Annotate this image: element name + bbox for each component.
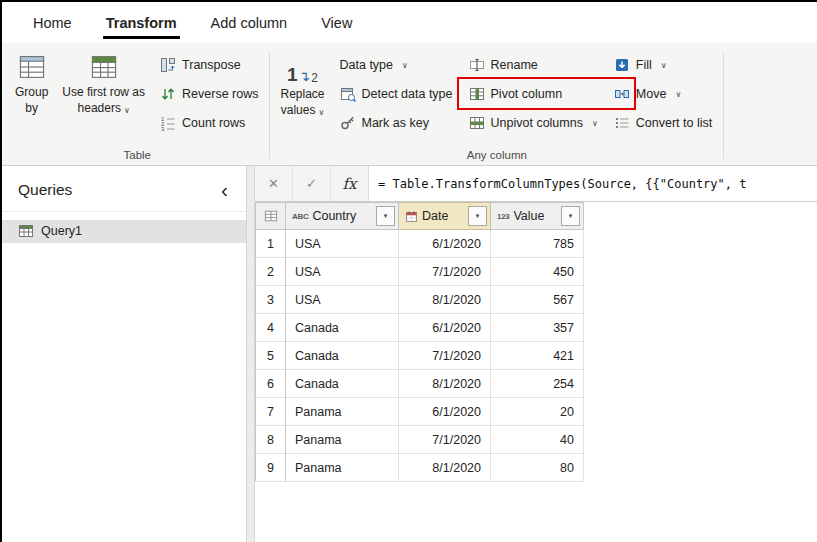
column-header-value[interactable]: 123 Value ▾ xyxy=(491,203,584,230)
cell-country[interactable]: Panama xyxy=(286,426,399,454)
cell-date[interactable]: 7/1/2020 xyxy=(399,426,491,454)
table-row: 8 Panama 7/1/2020 40 xyxy=(256,426,584,454)
replace-values-button[interactable]: 1↴2 Replacevalues∨ xyxy=(273,46,331,147)
cell-country[interactable]: USA xyxy=(286,258,399,286)
cell-date[interactable]: 6/1/2020 xyxy=(399,230,491,258)
fill-button[interactable]: Fill∨ xyxy=(606,50,720,79)
column-header-country[interactable]: ABC Country ▾ xyxy=(286,203,399,230)
add-step-button[interactable]: fx xyxy=(331,166,368,201)
cell-country[interactable]: Panama xyxy=(286,398,399,426)
formula-input[interactable]: = Table.TransformColumnTypes(Source, {{"… xyxy=(369,166,817,201)
row-number[interactable]: 1 xyxy=(256,230,286,258)
cell-date[interactable]: 7/1/2020 xyxy=(399,342,491,370)
use-first-row-as-headers-button[interactable]: Use first row asheaders∨ xyxy=(55,46,152,147)
power-query-editor-window: Home Transform Add column View Groupby U… xyxy=(0,0,817,542)
row-number[interactable]: 8 xyxy=(256,426,286,454)
tab-transform[interactable]: Transform xyxy=(89,2,194,43)
use-first-row-label-line2: headers xyxy=(78,101,121,115)
data-type-dropdown[interactable]: Data type∨ xyxy=(332,50,461,79)
cell-country[interactable]: USA xyxy=(286,230,399,258)
ribbon-group-separator xyxy=(723,52,724,159)
cell-value[interactable]: 254 xyxy=(491,370,584,398)
formula-cancel-button[interactable]: ✕ xyxy=(255,166,293,201)
group-by-button[interactable]: Groupby xyxy=(8,46,55,147)
row-number[interactable]: 5 xyxy=(256,342,286,370)
cell-value[interactable]: 450 xyxy=(491,258,584,286)
move-label: Move xyxy=(636,87,667,101)
chevron-down-icon: ∨ xyxy=(402,61,408,70)
unpivot-columns-button[interactable]: Unpivot columns∨ xyxy=(461,108,606,137)
data-preview-area: ABC Country ▾ Date ▾ xyxy=(255,202,817,542)
pivot-column-button[interactable]: Pivot column xyxy=(461,79,606,108)
filter-caret-icon: ▾ xyxy=(476,212,480,220)
convert-to-list-label: Convert to list xyxy=(636,116,712,130)
cell-date[interactable]: 7/1/2020 xyxy=(399,258,491,286)
cell-value[interactable]: 40 xyxy=(491,426,584,454)
formula-commit-button[interactable]: ✓ xyxy=(293,166,331,201)
tab-transform-label: Transform xyxy=(106,15,177,31)
convert-to-list-button[interactable]: Convert to list xyxy=(606,108,720,137)
collapse-queries-pane-icon[interactable]: ‹ xyxy=(211,181,238,200)
rename-button[interactable]: Rename xyxy=(461,50,606,79)
count-rows-button[interactable]: 123 Count rows xyxy=(152,108,266,137)
pane-splitter[interactable] xyxy=(246,166,255,542)
text-type-icon: ABC xyxy=(292,212,308,221)
replace-values-icon: 1↴2 xyxy=(287,52,318,84)
mark-as-key-button[interactable]: Mark as key xyxy=(332,108,461,137)
rename-label: Rename xyxy=(491,58,538,72)
row-number[interactable]: 6 xyxy=(256,370,286,398)
row-number[interactable]: 4 xyxy=(256,314,286,342)
transpose-label: Transpose xyxy=(182,58,241,72)
cell-value[interactable]: 20 xyxy=(491,398,584,426)
cell-country[interactable]: Canada xyxy=(286,342,399,370)
value-filter-button[interactable]: ▾ xyxy=(561,206,580,226)
cell-value[interactable]: 567 xyxy=(491,286,584,314)
tab-add-column[interactable]: Add column xyxy=(194,2,305,43)
country-filter-button[interactable]: ▾ xyxy=(376,206,395,226)
svg-text:3: 3 xyxy=(161,126,165,131)
select-all-corner[interactable] xyxy=(256,203,286,230)
tab-view[interactable]: View xyxy=(304,2,369,43)
cell-country[interactable]: Panama xyxy=(286,454,399,482)
ribbon: Groupby Use first row asheaders∨ Transpo… xyxy=(2,43,817,166)
row-number[interactable]: 7 xyxy=(256,398,286,426)
unpivot-columns-label: Unpivot columns xyxy=(491,116,583,130)
cell-country[interactable]: Canada xyxy=(286,370,399,398)
fill-label: Fill xyxy=(636,58,652,72)
ribbon-group-table: Groupby Use first row asheaders∨ Transpo… xyxy=(8,46,266,165)
row-number[interactable]: 9 xyxy=(256,454,286,482)
date-type-icon xyxy=(405,210,418,223)
tab-home[interactable]: Home xyxy=(16,2,89,43)
cell-value[interactable]: 421 xyxy=(491,342,584,370)
cell-value[interactable]: 357 xyxy=(491,314,584,342)
cell-date[interactable]: 6/1/2020 xyxy=(399,314,491,342)
fill-down-icon xyxy=(614,57,630,73)
queries-pane-title: Queries xyxy=(18,181,211,199)
cell-country[interactable]: USA xyxy=(286,286,399,314)
table-row: 6 Canada 8/1/2020 254 xyxy=(256,370,584,398)
detect-data-type-label: Detect data type xyxy=(362,87,453,101)
row-number[interactable]: 2 xyxy=(256,258,286,286)
cell-value[interactable]: 80 xyxy=(491,454,584,482)
cell-date[interactable]: 8/1/2020 xyxy=(399,454,491,482)
chevron-down-icon: ∨ xyxy=(592,119,598,128)
move-icon xyxy=(614,86,630,102)
cell-date[interactable]: 8/1/2020 xyxy=(399,286,491,314)
cell-date[interactable]: 6/1/2020 xyxy=(399,398,491,426)
query-list-item[interactable]: Query1 xyxy=(2,220,246,243)
chevron-down-icon: ∨ xyxy=(318,108,324,118)
group-by-icon xyxy=(17,52,47,82)
detect-data-type-button[interactable]: Detect data type xyxy=(332,79,461,108)
cell-date[interactable]: 8/1/2020 xyxy=(399,370,491,398)
move-button[interactable]: Move∨ xyxy=(606,79,720,108)
cell-country[interactable]: Canada xyxy=(286,314,399,342)
table-row: 3 USA 8/1/2020 567 xyxy=(256,286,584,314)
transpose-icon xyxy=(160,57,176,73)
row-number[interactable]: 3 xyxy=(256,286,286,314)
cell-value[interactable]: 785 xyxy=(491,230,584,258)
data-preview-table: ABC Country ▾ Date ▾ xyxy=(255,202,584,482)
reverse-rows-button[interactable]: Reverse rows xyxy=(152,79,266,108)
date-filter-button[interactable]: ▾ xyxy=(468,206,487,226)
column-header-date[interactable]: Date ▾ xyxy=(399,203,491,230)
transpose-button[interactable]: Transpose xyxy=(152,50,266,79)
